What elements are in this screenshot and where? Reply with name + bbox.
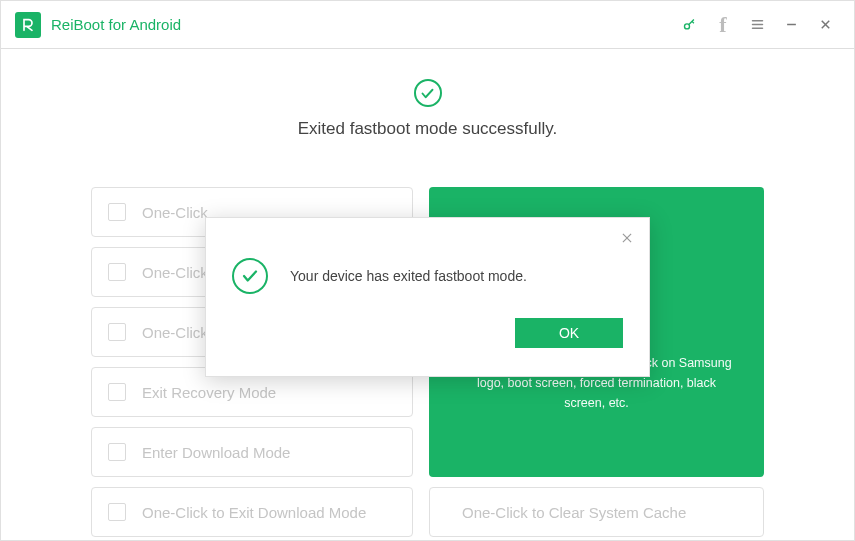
success-header: Exited fastboot mode successfully. (1, 79, 854, 139)
minimize-button[interactable] (776, 10, 806, 40)
option-label: One-Click to Clear System Cache (462, 504, 686, 521)
option-clear-cache[interactable]: One-Click to Clear System Cache (429, 487, 764, 537)
content-area: Exited fastboot mode successfully. One-C… (1, 49, 854, 540)
device-icon (108, 443, 126, 461)
device-icon (108, 263, 126, 281)
titlebar-controls: f (674, 10, 840, 40)
dialog-message: Your device has exited fastboot mode. (290, 268, 527, 284)
check-circle-icon (414, 79, 442, 107)
option-label: One-Click (142, 324, 208, 341)
key-icon[interactable] (674, 10, 704, 40)
facebook-icon[interactable]: f (708, 10, 738, 40)
option-label: One-Click (142, 264, 208, 281)
titlebar: ReiBoot for Android f (1, 1, 854, 49)
device-icon (108, 203, 126, 221)
app-title: ReiBoot for Android (51, 16, 674, 33)
menu-icon[interactable] (742, 10, 772, 40)
close-button[interactable] (810, 10, 840, 40)
dialog-actions: OK (232, 318, 623, 348)
dialog: Your device has exited fastboot mode. OK (205, 217, 650, 377)
option-enter-download[interactable]: Enter Download Mode (91, 427, 413, 477)
app-window: ReiBoot for Android f (0, 0, 855, 541)
svg-point-0 (684, 24, 689, 29)
option-label: One-Click (142, 204, 208, 221)
option-label: Enter Download Mode (142, 444, 290, 461)
option-label: One-Click to Exit Download Mode (142, 504, 366, 521)
device-icon (108, 323, 126, 341)
option-exit-download[interactable]: One-Click to Exit Download Mode (91, 487, 413, 537)
option-label: Exit Recovery Mode (142, 384, 276, 401)
ok-button[interactable]: OK (515, 318, 623, 348)
check-circle-icon (232, 258, 268, 294)
dialog-close-button[interactable] (617, 228, 637, 248)
dialog-body: Your device has exited fastboot mode. (232, 258, 623, 294)
device-icon (108, 383, 126, 401)
success-message: Exited fastboot mode successfully. (298, 119, 558, 139)
app-logo-icon (15, 12, 41, 38)
device-icon (108, 503, 126, 521)
